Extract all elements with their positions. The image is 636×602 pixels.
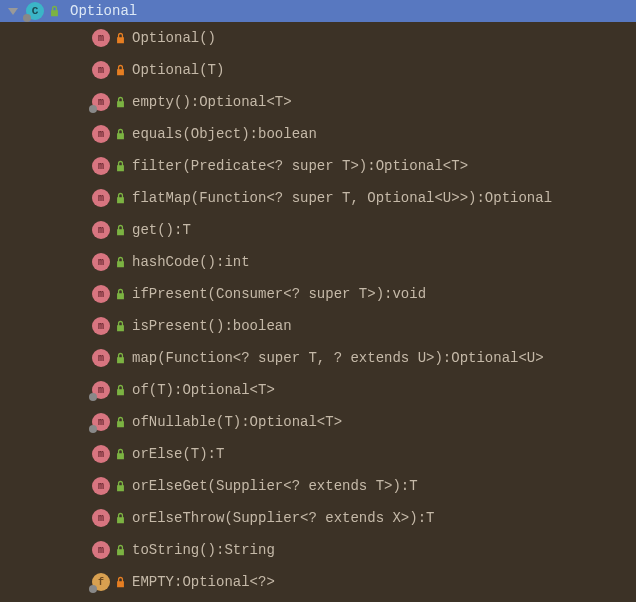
lock-public-icon	[114, 224, 126, 236]
method-icon: m	[92, 29, 110, 47]
lock-public-icon	[114, 512, 126, 524]
lock-public-icon	[114, 160, 126, 172]
method-icon: m	[92, 253, 110, 271]
method-icon: m	[92, 509, 110, 527]
lock-public-icon	[114, 416, 126, 428]
member-signature: Optional()	[132, 30, 216, 46]
method-icon: m	[92, 125, 110, 143]
member-row[interactable]: mhashCode():int	[0, 246, 636, 278]
member-signature: EMPTY:Optional<?>	[132, 574, 275, 590]
lock-public-icon	[114, 192, 126, 204]
method-icon: m	[92, 93, 110, 111]
member-signature: filter(Predicate<? super T>):Optional<T>	[132, 158, 468, 174]
member-row[interactable]: fvalue:T	[0, 598, 636, 602]
method-icon: m	[92, 413, 110, 431]
member-signature: ifPresent(Consumer<? super T>):void	[132, 286, 426, 302]
class-icon: C	[26, 2, 44, 20]
member-signature: empty():Optional<T>	[132, 94, 292, 110]
method-icon: m	[92, 445, 110, 463]
lock-private-icon	[114, 576, 126, 588]
member-signature: Optional(T)	[132, 62, 224, 78]
method-icon: m	[92, 189, 110, 207]
members-list: mOptional()mOptional(T)mempty():Optional…	[0, 22, 636, 602]
method-icon: m	[92, 61, 110, 79]
member-row[interactable]: mof(T):Optional<T>	[0, 374, 636, 406]
member-row[interactable]: mOptional()	[0, 22, 636, 54]
method-icon: m	[92, 285, 110, 303]
member-signature: flatMap(Function<? super T, Optional<U>>…	[132, 190, 552, 206]
member-signature: of(T):Optional<T>	[132, 382, 275, 398]
member-signature: isPresent():boolean	[132, 318, 292, 334]
class-name-label: Optional	[70, 3, 137, 19]
lock-public-icon	[114, 128, 126, 140]
lock-public-icon	[114, 96, 126, 108]
member-row[interactable]: mflatMap(Function<? super T, Optional<U>…	[0, 182, 636, 214]
lock-public-icon	[114, 448, 126, 460]
lock-public-icon	[114, 544, 126, 556]
member-signature: orElseGet(Supplier<? extends T>):T	[132, 478, 418, 494]
member-signature: ofNullable(T):Optional<T>	[132, 414, 342, 430]
member-signature: get():T	[132, 222, 191, 238]
member-row[interactable]: mget():T	[0, 214, 636, 246]
lock-public-icon	[114, 384, 126, 396]
method-icon: m	[92, 221, 110, 239]
lock-public-icon	[114, 288, 126, 300]
member-row[interactable]: mtoString():String	[0, 534, 636, 566]
lock-private-icon	[114, 64, 126, 76]
lock-private-icon	[114, 32, 126, 44]
member-row[interactable]: misPresent():boolean	[0, 310, 636, 342]
method-icon: m	[92, 349, 110, 367]
method-icon: m	[92, 541, 110, 559]
method-icon: m	[92, 477, 110, 495]
lock-public-icon	[114, 480, 126, 492]
disclosure-triangle-icon[interactable]	[8, 8, 18, 15]
lock-public-icon	[48, 5, 60, 17]
member-signature: equals(Object):boolean	[132, 126, 317, 142]
lock-public-icon	[114, 352, 126, 364]
lock-public-icon	[114, 256, 126, 268]
member-signature: map(Function<? super T, ? extends U>):Op…	[132, 350, 544, 366]
member-row[interactable]: fEMPTY:Optional<?>	[0, 566, 636, 598]
member-row[interactable]: mifPresent(Consumer<? super T>):void	[0, 278, 636, 310]
field-icon: f	[92, 573, 110, 591]
member-signature: toString():String	[132, 542, 275, 558]
method-icon: m	[92, 157, 110, 175]
member-row[interactable]: mofNullable(T):Optional<T>	[0, 406, 636, 438]
member-row[interactable]: morElseThrow(Supplier<? extends X>):T	[0, 502, 636, 534]
member-signature: orElseThrow(Supplier<? extends X>):T	[132, 510, 434, 526]
class-header[interactable]: C Optional	[0, 0, 636, 22]
lock-public-icon	[114, 320, 126, 332]
member-row[interactable]: mmap(Function<? super T, ? extends U>):O…	[0, 342, 636, 374]
member-signature: hashCode():int	[132, 254, 250, 270]
method-icon: m	[92, 317, 110, 335]
member-signature: orElse(T):T	[132, 446, 224, 462]
member-row[interactable]: mOptional(T)	[0, 54, 636, 86]
member-row[interactable]: mequals(Object):boolean	[0, 118, 636, 150]
member-row[interactable]: morElse(T):T	[0, 438, 636, 470]
member-row[interactable]: mfilter(Predicate<? super T>):Optional<T…	[0, 150, 636, 182]
member-row[interactable]: morElseGet(Supplier<? extends T>):T	[0, 470, 636, 502]
method-icon: m	[92, 381, 110, 399]
member-row[interactable]: mempty():Optional<T>	[0, 86, 636, 118]
